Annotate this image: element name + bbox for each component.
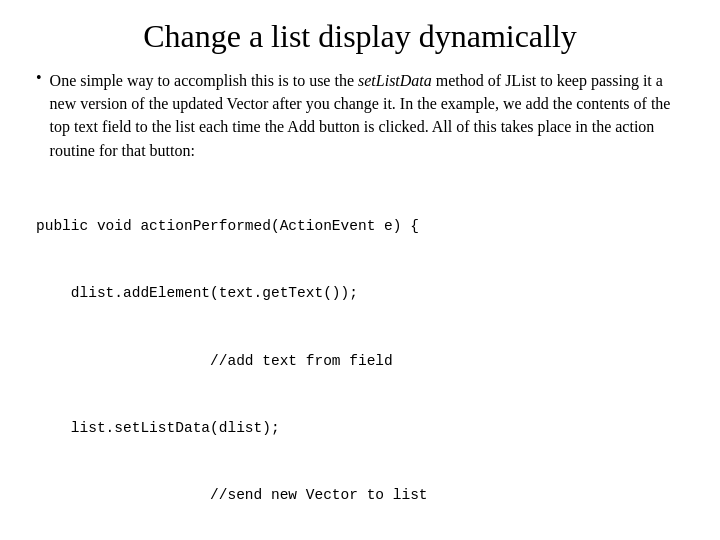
code-line-2: dlist.addElement(text.getText()); — [36, 282, 684, 304]
bullet-item-1: • One simple way to accomplish this is t… — [36, 69, 684, 162]
code-line-1: public void actionPerformed(ActionEvent … — [36, 215, 684, 237]
bullet-text-1: One simple way to accomplish this is to … — [50, 69, 684, 162]
page-title: Change a list display dynamically — [36, 18, 684, 55]
code-line-4: list.setListData(dlist); — [36, 417, 684, 439]
page-container: Change a list display dynamically • One … — [0, 0, 720, 540]
code-line-3: //add text from field — [36, 350, 684, 372]
bullet-dot-1: • — [36, 69, 42, 87]
code-block: public void actionPerformed(ActionEvent … — [36, 170, 684, 540]
bullet1-prefix: One simple way to accomplish this is to … — [50, 72, 358, 89]
bullet1-italic: setListData — [358, 72, 432, 89]
code-line-5: //send new Vector to list — [36, 484, 684, 506]
